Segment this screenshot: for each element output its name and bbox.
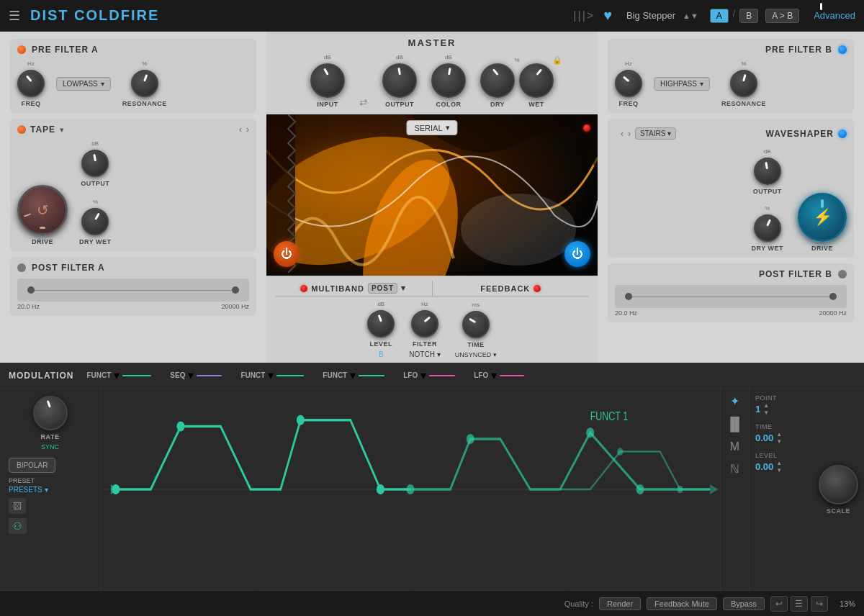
mod-rate-label: RATE — [41, 433, 60, 440]
pre-filter-a-status-dot[interactable] — [17, 45, 26, 54]
ws-nav-prev[interactable]: ‹ — [621, 129, 624, 139]
redo-button[interactable]: ↪ — [811, 596, 828, 612]
post-filter-a-slider[interactable] — [17, 278, 249, 302]
pre-filter-b-status-dot[interactable] — [838, 45, 847, 54]
menu-icon[interactable]: ☰ — [9, 8, 20, 24]
master-color-knob[interactable] — [431, 63, 466, 98]
ws-output-knob[interactable] — [754, 158, 781, 185]
post-filter-b-low-handle[interactable] — [625, 293, 632, 300]
mod-slot-seq[interactable]: SEQ ▾ — [164, 367, 228, 384]
multiband-tab[interactable]: MULTIBAND POST ▾ — [275, 281, 432, 296]
ws-nav-next[interactable]: › — [628, 129, 631, 139]
pre-filter-b-freq-knob[interactable] — [615, 70, 642, 97]
bipolar-button[interactable]: BIPOLAR — [9, 458, 55, 473]
master-output-knob[interactable] — [382, 63, 417, 98]
tape-nav-prev[interactable]: ‹ — [239, 124, 242, 135]
link-icon[interactable]: ⇄ — [359, 96, 368, 108]
add-point-icon[interactable]: ✦ — [730, 394, 739, 408]
time-stepper[interactable]: ▲ ▼ — [776, 431, 782, 445]
svg-point-14 — [377, 484, 384, 494]
post-filter-a-dot[interactable] — [17, 263, 26, 272]
pre-filter-a-mode-select[interactable]: LOWPASS ▾ — [56, 77, 111, 91]
ws-drywet-knob[interactable] — [754, 214, 781, 242]
waveshaper-dot[interactable] — [838, 130, 847, 138]
bypass-button[interactable]: Bypass — [723, 597, 765, 610]
post-filter-a-low-handle[interactable] — [27, 286, 35, 294]
master-input-knob[interactable] — [310, 63, 345, 98]
mod-rate-knob[interactable] — [33, 396, 68, 430]
pre-filter-a-freq-knob[interactable] — [17, 70, 45, 97]
mod-slot-lfo-1[interactable]: LFO ▾ — [397, 367, 461, 384]
mb-filter-notch[interactable]: NOTCH ▾ — [409, 350, 440, 358]
lock-icon[interactable]: 🔒 — [552, 55, 562, 65]
level-label: LEVEL — [755, 452, 807, 459]
power-button-left[interactable]: ⏻ — [274, 241, 300, 267]
level-stepper[interactable]: ▲ ▼ — [776, 460, 782, 474]
m-icon[interactable]: M — [730, 440, 739, 453]
n-icon[interactable]: ℕ — [730, 462, 739, 476]
pre-filter-b-freq-label: FREQ — [618, 100, 638, 107]
svg-point-13 — [297, 415, 305, 425]
master-wet-label: WET — [528, 101, 544, 108]
mb-filter-knob[interactable] — [411, 310, 438, 338]
render-button[interactable]: Render — [599, 597, 641, 610]
mode-value: LOWPASS — [63, 80, 98, 88]
tape-nav-next[interactable]: › — [246, 124, 249, 135]
post-label[interactable]: POST — [368, 283, 397, 294]
mod-slot-funct-3[interactable]: FUNCT ▾ — [317, 367, 390, 384]
tape-output-label: OUTPUT — [81, 180, 109, 187]
serial-badge[interactable]: SERIAL ▾ — [406, 120, 457, 135]
master-wet-knob[interactable] — [519, 63, 554, 98]
master-dry-knob[interactable] — [480, 63, 515, 98]
ab-b-button[interactable]: B — [739, 9, 758, 23]
pre-filter-b-mode-select[interactable]: HIGHPASS ▾ — [654, 77, 710, 91]
nav-down[interactable]: ▼ — [690, 12, 698, 20]
post-filter-a-high-handle[interactable] — [232, 286, 239, 294]
mod-line-3 — [276, 375, 304, 376]
title-bar: ☰ DIST COLDFIRE |||> ♥ Big Stepper ▲ ▼ A… — [0, 0, 864, 32]
mod-rate-sync[interactable]: SYNC — [41, 443, 59, 450]
magnet-button[interactable]: ⚇ — [9, 518, 27, 534]
power-button-right[interactable]: ⏻ — [564, 241, 590, 267]
post-filter-b-high-handle[interactable] — [829, 293, 837, 300]
tape-drywet-unit: % — [93, 199, 98, 205]
mod-line-6 — [500, 375, 524, 376]
tape-drive-knob[interactable]: ↺ — [17, 185, 68, 235]
bar-chart-icon[interactable]: ▐▌ — [726, 417, 744, 432]
level-param: LEVEL 0.00 ▲ ▼ — [755, 452, 807, 474]
mb-level-knob[interactable] — [367, 310, 395, 338]
ab-transfer-button[interactable]: A > B — [765, 9, 799, 23]
advanced-button[interactable]: Advanced — [814, 10, 855, 21]
post-filter-b-slider[interactable] — [615, 285, 847, 308]
pre-filter-b-mode-value: HIGHPASS — [660, 80, 697, 88]
scale-knob[interactable] — [819, 465, 858, 504]
mb-time-unsynced[interactable]: UNSYNCED ▾ — [455, 351, 497, 358]
tape-output-knob[interactable] — [81, 150, 109, 177]
pre-filter-a-resonance-knob[interactable] — [131, 70, 158, 97]
presets-button[interactable]: PRESETS ▾ — [9, 486, 48, 494]
menu-button[interactable]: ☰ — [791, 596, 808, 612]
mod-slot-funct-2[interactable]: FUNCT ▾ — [235, 367, 310, 384]
post-filter-b-dot[interactable] — [838, 270, 847, 278]
nav-up[interactable]: ▲ — [683, 12, 690, 20]
tape-drywet-knob[interactable] — [81, 208, 109, 235]
dice-button[interactable]: ⚄ — [9, 498, 26, 514]
mod-slot-funct-1[interactable]: FUNCT ▾ — [81, 367, 157, 384]
tape-status-dot[interactable] — [17, 125, 26, 134]
mb-time-knob[interactable] — [462, 311, 490, 338]
mod-slot-lfo-2[interactable]: LFO ▾ — [468, 367, 530, 384]
master-color-container: dB COLOR — [431, 54, 466, 108]
pre-filter-b-resonance-knob[interactable] — [730, 70, 757, 97]
svg-point-17 — [586, 427, 594, 438]
center-panel: MASTER dB INPUT ⇄ dB — [266, 32, 598, 363]
heart-icon[interactable]: ♥ — [603, 7, 612, 24]
ws-drive-knob[interactable]: ⚡ — [798, 193, 847, 242]
ab-a-button[interactable]: A — [710, 9, 729, 23]
point-stepper[interactable]: ▲ ▼ — [763, 402, 769, 416]
feedback-tab[interactable]: FEEDBACK — [433, 281, 590, 296]
feedback-mute-button[interactable]: Feedback Mute — [647, 597, 717, 610]
undo-button[interactable]: ↩ — [770, 596, 788, 612]
svg-point-4 — [461, 194, 576, 266]
stairs-select[interactable]: STAIRS ▾ — [635, 127, 676, 140]
feedback-title: FEEDBACK — [480, 284, 530, 293]
